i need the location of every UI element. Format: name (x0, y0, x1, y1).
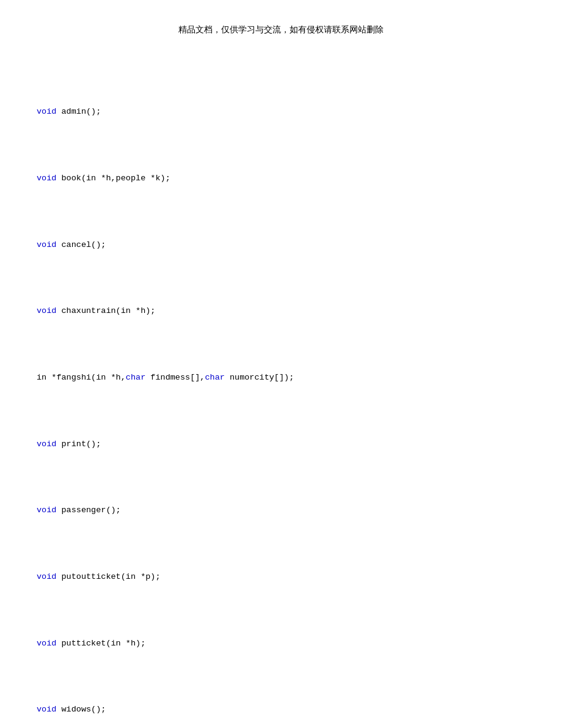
keyword: void (37, 439, 56, 449)
keyword: void (37, 240, 56, 249)
code-text: findmess[], (145, 373, 205, 382)
code-line: in *fangshi(in *h,char findmess[],char n… (37, 371, 525, 384)
keyword: char (205, 373, 224, 382)
keyword: void (37, 639, 56, 648)
keyword: char (126, 373, 145, 382)
keyword: void (37, 107, 56, 116)
code-text: cancel(); (56, 240, 106, 249)
code-block: void admin(); void book(in *h,people *k)… (37, 53, 525, 728)
code-line: void book(in *h,people *k); (37, 172, 525, 185)
keyword: void (37, 174, 56, 183)
page-container: 精品文档，仅供学习与交流，如有侵权请联系网站删除 void admin(); v… (0, 0, 562, 728)
code-line: void chaxuntrain(in *h); (37, 304, 525, 318)
code-text: admin(); (56, 107, 101, 116)
code-line: void putoutticket(in *p); (37, 570, 525, 584)
code-line: void widows(); (37, 703, 525, 716)
code-text: numorcity[]); (225, 373, 294, 382)
code-text: widows(); (56, 705, 106, 714)
code-text: in *fangshi(in *h, (37, 373, 126, 382)
code-text: chaxuntrain(in *h); (56, 306, 155, 315)
code-line: void putticket(in *h); (37, 637, 525, 650)
code-line: void cancel(); (37, 238, 525, 252)
code-text: putoutticket(in *p); (56, 572, 160, 581)
header-text: 精品文档，仅供学习与交流，如有侵权请联系网站删除 (37, 24, 525, 35)
code-line: void passenger(); (37, 504, 525, 517)
code-text: putticket(in *h); (56, 639, 145, 648)
code-line: void print(); (37, 438, 525, 451)
keyword: void (37, 572, 56, 581)
code-text: book(in *h,people *k); (56, 174, 170, 183)
keyword: void (37, 705, 56, 714)
code-text: print(); (56, 439, 101, 449)
keyword: void (37, 306, 56, 315)
code-line: void admin(); (37, 105, 525, 119)
keyword: void (37, 506, 56, 515)
code-text: passenger(); (56, 506, 120, 515)
